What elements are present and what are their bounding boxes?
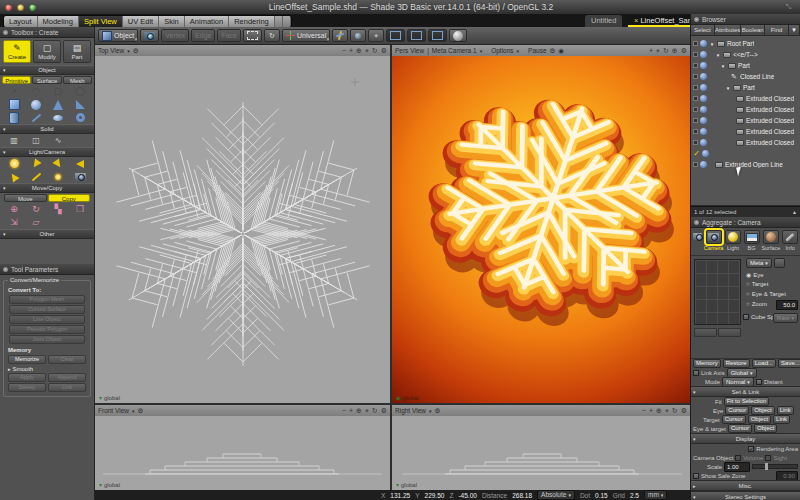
visibility-toggle[interactable] bbox=[693, 41, 698, 46]
subtab-mesh[interactable]: Mesh bbox=[63, 76, 92, 84]
browser-tab-find[interactable]: Find bbox=[765, 25, 789, 35]
tab-split-view[interactable]: Split View bbox=[79, 16, 123, 27]
render-indicator-icon[interactable]: ◉ bbox=[558, 47, 564, 55]
circle-tool-icon[interactable]: ◯ bbox=[69, 85, 91, 98]
zoom-out-icon[interactable]: − bbox=[642, 406, 646, 416]
smooth-append-button[interactable]: Append bbox=[48, 373, 86, 382]
camera-preview-grid[interactable] bbox=[694, 259, 741, 325]
sight-checkbox[interactable] bbox=[765, 455, 771, 461]
gear-icon[interactable]: ⚙ bbox=[681, 46, 687, 56]
orbit-icon[interactable]: ↻ bbox=[372, 406, 378, 416]
tree-item[interactable]: Extruded Closed bbox=[746, 128, 794, 135]
link-axis-checkbox[interactable] bbox=[693, 370, 699, 376]
tab-rendering[interactable]: Rendering bbox=[229, 16, 275, 27]
render-toggle[interactable] bbox=[700, 73, 707, 80]
camera-selector[interactable]: Meta Camera 1 bbox=[432, 47, 477, 54]
check-icon[interactable]: ✓ bbox=[693, 150, 700, 158]
browser-tab-boolean[interactable]: Boolean bbox=[741, 25, 765, 35]
section-move-copy[interactable]: ▾ Move/Copy bbox=[0, 183, 94, 193]
rotate-copy-icon[interactable]: ↻ bbox=[25, 203, 47, 216]
visibility-toggle[interactable] bbox=[693, 74, 698, 79]
fit-to-selection-button[interactable]: Fit to Selection bbox=[724, 397, 770, 406]
subtab-surface[interactable]: Surface bbox=[32, 76, 61, 84]
spot-light-icon[interactable] bbox=[25, 157, 47, 170]
edge-mode-button[interactable]: Edge bbox=[191, 29, 215, 42]
eye-link-button[interactable]: Link bbox=[777, 406, 794, 415]
tree-item[interactable]: Extruded Open Line bbox=[725, 161, 783, 168]
gear-icon[interactable]: ⚙ bbox=[381, 406, 387, 416]
zoom-out-icon[interactable]: − bbox=[342, 406, 346, 416]
orbit-icon[interactable]: ↻ bbox=[372, 46, 378, 56]
magnifier-icon[interactable]: ⊕ bbox=[356, 46, 362, 56]
smooth-expander-icon[interactable]: ▸ bbox=[8, 366, 11, 372]
convert-pseudo-polygon-button[interactable]: Pseudo Polygon bbox=[9, 325, 85, 334]
point-light-icon[interactable] bbox=[3, 157, 25, 170]
front-view-label[interactable]: Front View bbox=[98, 407, 129, 414]
memory-button[interactable]: Memory bbox=[693, 359, 721, 368]
rotate-tool-button[interactable]: ↻ bbox=[264, 29, 280, 42]
pan-icon[interactable]: ⌖ bbox=[365, 406, 369, 416]
render-toggle[interactable] bbox=[700, 95, 707, 102]
visibility-toggle[interactable] bbox=[693, 85, 698, 90]
camera-create-icon[interactable] bbox=[69, 170, 91, 183]
render-toggle[interactable] bbox=[700, 128, 707, 135]
cube-speed-dropdown[interactable]: Rate ▾ bbox=[773, 313, 798, 323]
convert-line-object-button[interactable]: Line Object bbox=[9, 315, 85, 324]
gear-icon[interactable]: ⚙ bbox=[681, 406, 687, 416]
tree-item[interactable]: Root Part bbox=[727, 40, 754, 47]
mode-dropdown[interactable]: Normal ▾ bbox=[722, 377, 754, 387]
snap-tool-button[interactable] bbox=[350, 29, 366, 42]
line-tool-icon[interactable] bbox=[25, 111, 47, 124]
universal-manipulator-button[interactable]: Universal ▾ bbox=[282, 29, 330, 42]
render-preview-button[interactable] bbox=[449, 29, 467, 42]
dropdown-icon[interactable]: ▾ bbox=[429, 408, 432, 414]
gear-icon[interactable]: ⚙ bbox=[381, 46, 387, 56]
slider-thumb[interactable] bbox=[765, 463, 768, 470]
radio-eye-target[interactable]: ○ Eye & Target bbox=[746, 291, 786, 297]
top-view-canvas[interactable]: ▾ global bbox=[95, 56, 390, 403]
zoom-out-icon[interactable]: − bbox=[342, 46, 346, 56]
workspace-tab-add-button[interactable] bbox=[275, 16, 283, 27]
tree-item[interactable]: Extruded Closed bbox=[746, 106, 794, 113]
smooth-link-button[interactable]: Link bbox=[48, 383, 86, 392]
target-cursor-button[interactable]: Cursor bbox=[722, 415, 746, 424]
zoom-value-input[interactable]: 50.0 bbox=[776, 300, 798, 310]
tree-item[interactable]: Closed Line bbox=[740, 73, 774, 80]
render-toggle[interactable] bbox=[700, 51, 707, 58]
magnifier-icon[interactable]: ⊕ bbox=[656, 406, 662, 416]
orbit-icon[interactable]: ↻ bbox=[672, 406, 678, 416]
panel-collapse-dot[interactable] bbox=[3, 267, 8, 272]
distant-checkbox[interactable] bbox=[756, 379, 762, 385]
cylinder-tool-icon[interactable] bbox=[3, 111, 25, 124]
toolbox-tab-part[interactable]: ▤ Part bbox=[63, 40, 91, 63]
visibility-toggle[interactable] bbox=[693, 107, 698, 112]
load-button[interactable]: Load... bbox=[752, 359, 776, 368]
sphere-tool-icon[interactable] bbox=[25, 98, 47, 111]
tree-item[interactable]: <<e/T--> bbox=[733, 51, 758, 58]
distant-light-icon[interactable] bbox=[69, 157, 91, 170]
meta-extra-button[interactable] bbox=[774, 258, 785, 268]
visibility-toggle[interactable] bbox=[693, 140, 698, 145]
workspace-tab-menu-button[interactable] bbox=[283, 16, 291, 27]
rendering-area-checkbox[interactable]: ✓ bbox=[748, 446, 754, 452]
pers-view-canvas[interactable]: ◆ global bbox=[392, 56, 690, 403]
toolbox-tab-modify[interactable]: ▢ Modify bbox=[33, 40, 61, 63]
view-split-button[interactable] bbox=[407, 29, 426, 42]
expander-icon[interactable]: ▾ bbox=[725, 85, 731, 91]
meta-dropdown[interactable]: Meta ▾ bbox=[746, 258, 772, 268]
gear-icon[interactable]: ⚙ bbox=[133, 47, 139, 55]
disk-tool-icon[interactable]: ◔ bbox=[3, 85, 25, 98]
box-tool-icon[interactable] bbox=[3, 98, 25, 111]
filter-icon[interactable]: ▼ bbox=[789, 25, 800, 35]
aggregate-tab-surface[interactable]: Surface bbox=[761, 230, 780, 251]
eye-target-object-button[interactable]: Object bbox=[754, 424, 777, 433]
section-light-camera[interactable]: ▾ Light/Camera bbox=[0, 147, 94, 157]
visibility-toggle[interactable] bbox=[693, 129, 698, 134]
save-button[interactable]: Save... bbox=[778, 359, 800, 368]
minimize-window-button[interactable] bbox=[17, 4, 24, 11]
object-mode-button[interactable]: Object ▾ bbox=[98, 29, 138, 42]
pers-view-label[interactable]: Pers View bbox=[395, 47, 424, 54]
visibility-toggle[interactable] bbox=[693, 96, 698, 101]
render-toggle[interactable] bbox=[700, 161, 707, 168]
tube-tool-icon[interactable] bbox=[69, 111, 91, 124]
